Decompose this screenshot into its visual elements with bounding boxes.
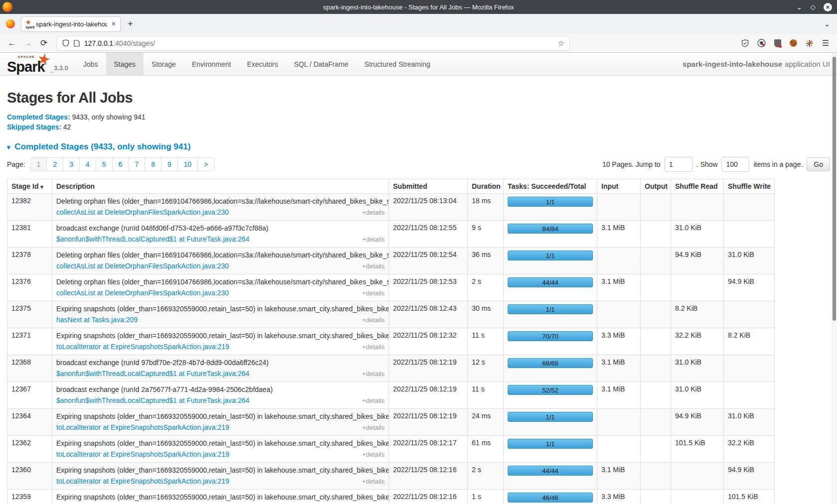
stage-detail-link[interactable]: $anonfun$withThreadLocalCaptured$1 at Fu… xyxy=(56,369,250,378)
shuffle-read-cell: 32.2 KiB xyxy=(671,328,724,355)
account-containers-icon[interactable] xyxy=(757,39,766,47)
shield-check-icon[interactable] xyxy=(741,39,749,47)
page-button-4[interactable]: 4 xyxy=(79,157,96,171)
window-maximize-button[interactable]: ◇ xyxy=(810,3,816,10)
page-button-2[interactable]: 2 xyxy=(46,157,63,171)
page-button-6[interactable]: 6 xyxy=(112,157,129,171)
tasks-cell: 44/44 xyxy=(504,463,597,490)
details-toggle[interactable]: +details xyxy=(362,369,385,378)
completed-stages-section-toggle[interactable]: ▾ Completed Stages (9433, only showing 9… xyxy=(7,142,830,152)
details-toggle[interactable]: +details xyxy=(362,477,385,486)
column-header-duration[interactable]: Duration xyxy=(468,179,504,194)
stage-detail-link[interactable]: collectAsList at DeleteOrphanFilesSparkA… xyxy=(56,261,229,271)
column-header-shuffle-write[interactable]: Shuffle Write xyxy=(724,179,775,194)
list-all-tabs-icon[interactable]: ⌄ xyxy=(824,20,830,28)
column-header-stage-id[interactable]: Stage Id ▾ xyxy=(7,179,52,194)
forward-button[interactable]: → xyxy=(21,38,35,48)
column-header-input[interactable]: Input xyxy=(597,179,641,194)
shuffle-write-cell xyxy=(724,355,775,382)
application-name: spark-ingest-into-lakehouse xyxy=(683,60,782,68)
new-tab-button[interactable]: + xyxy=(128,18,133,29)
details-toggle[interactable]: +details xyxy=(362,261,385,271)
nav-tab-structured-streaming[interactable]: Structured Streaming xyxy=(356,53,438,75)
column-header-shuffle-read[interactable]: Shuffle Read xyxy=(671,179,724,194)
page-button-3[interactable]: 3 xyxy=(63,157,80,171)
stage-row: 12368broadcast exchange (runId 97bdf70e-… xyxy=(7,355,775,382)
ublock-icon[interactable] xyxy=(774,39,781,47)
column-header-tasks-succeeded-total[interactable]: Tasks: Succeeded/Total xyxy=(504,179,597,194)
scrollbar-thumb[interactable] xyxy=(833,57,836,321)
column-header-submitted[interactable]: Submitted xyxy=(389,179,468,194)
nav-tab-sql-dataframe[interactable]: SQL / DataFrame xyxy=(286,53,356,75)
jump-to-page-input[interactable] xyxy=(665,157,693,172)
nav-tab-executors[interactable]: Executors xyxy=(239,53,286,75)
shuffle-read-cell: 101.5 KiB xyxy=(671,436,724,463)
stage-detail-link[interactable]: $anonfun$withThreadLocalCaptured$1 at Fu… xyxy=(56,396,250,405)
skipped-stages-label: Skipped Stages: xyxy=(7,123,61,131)
nav-tab-stages[interactable]: Stages xyxy=(106,53,144,75)
tracking-shield-icon[interactable] xyxy=(62,39,69,47)
page-button-7[interactable]: 7 xyxy=(128,157,145,171)
stage-description: Expiring snapshots (older_than=166932055… xyxy=(56,493,385,502)
bookmark-star-icon[interactable]: ☆ xyxy=(558,39,564,48)
page-button-8[interactable]: 8 xyxy=(144,157,161,171)
stage-detail-link[interactable]: collectAsList at DeleteOrphanFilesSparkA… xyxy=(56,208,229,217)
details-toggle[interactable]: +details xyxy=(362,288,385,298)
reload-button[interactable]: ⟳ xyxy=(37,38,51,48)
page-button-9[interactable]: 9 xyxy=(161,157,178,171)
page-button-10[interactable]: 10 xyxy=(177,157,198,171)
nav-tab-jobs[interactable]: Jobs xyxy=(75,53,106,75)
stage-detail-link[interactable]: toLocalIterator at ExpireSnapshotsSparkA… xyxy=(56,423,229,432)
back-button[interactable]: ← xyxy=(5,38,19,48)
stage-detail-link[interactable]: hasNext at Tasks.java:209 xyxy=(56,315,138,325)
stage-detail-link[interactable]: $anonfun$withThreadLocalCaptured$1 at Fu… xyxy=(56,235,250,244)
stage-detail-link[interactable]: toLocalIterator at ExpireSnapshotsSparkA… xyxy=(56,450,229,459)
details-toggle[interactable]: +details xyxy=(362,315,385,325)
browser-tab-active[interactable]: ★ spark spark-ingest-into-lakehous ✕ xyxy=(21,16,121,32)
url-bar[interactable]: 127.0.0.1:4040/stages/ ☆ xyxy=(57,36,570,51)
page-button-5[interactable]: 5 xyxy=(96,157,113,171)
tasks-progress-bar: 1/1 xyxy=(508,304,593,314)
menu-icon[interactable]: ☰ xyxy=(822,38,829,48)
pagination: 12345678910> xyxy=(30,157,215,171)
stage-description: Expiring snapshots (older_than=166932055… xyxy=(56,466,385,475)
column-header-output[interactable]: Output xyxy=(641,179,671,194)
stage-id-cell: 12367 xyxy=(7,382,52,409)
extension-asterisk-icon[interactable] xyxy=(806,39,814,47)
output-cell xyxy=(641,221,671,248)
pagination-controls: 10 Pages. Jump to . Show items in a page… xyxy=(602,157,830,172)
completed-stages-label: Completed Stages: xyxy=(7,113,70,121)
nav-tab-storage[interactable]: Storage xyxy=(143,53,184,75)
stage-detail-link[interactable]: toLocalIterator at ExpireSnapshotsSparkA… xyxy=(56,342,229,352)
stage-id-cell: 12359 xyxy=(7,490,52,504)
details-toggle[interactable]: +details xyxy=(362,208,385,217)
output-cell xyxy=(641,274,671,301)
next-page-button[interactable]: > xyxy=(197,157,214,171)
tab-close-icon[interactable]: ✕ xyxy=(111,20,116,27)
page-info-icon[interactable] xyxy=(74,40,80,47)
window-minimize-button[interactable]: ⌄ xyxy=(796,3,802,10)
duration-cell: 61 ms xyxy=(468,436,504,463)
page-button-1[interactable]: 1 xyxy=(30,157,47,171)
url-text[interactable]: 127.0.0.1:4040/stages/ xyxy=(84,39,554,47)
details-toggle[interactable]: +details xyxy=(362,423,385,432)
stage-detail-link[interactable]: toLocalIterator at ExpireSnapshotsSparkA… xyxy=(56,477,229,486)
items-per-page-input[interactable] xyxy=(721,157,749,172)
go-button[interactable]: Go xyxy=(807,157,830,171)
details-toggle[interactable]: +details xyxy=(362,235,385,244)
stage-row: 12364Expiring snapshots (older_than=1669… xyxy=(7,409,775,436)
details-toggle[interactable]: +details xyxy=(362,342,385,352)
stage-detail-link[interactable]: collectAsList at DeleteOrphanFilesSparkA… xyxy=(56,288,229,298)
details-toggle[interactable]: +details xyxy=(362,450,385,459)
column-header-description[interactable]: Description xyxy=(52,179,389,194)
window-close-button[interactable]: ✕ xyxy=(824,3,832,11)
description-cell: Deleting orphan files (older_than=166910… xyxy=(52,248,389,274)
url-path: :4040/stages/ xyxy=(113,39,155,47)
stage-description: broadcast exchange (runId 97bdf70e-2f28-… xyxy=(56,358,385,368)
page-scrollbar[interactable] xyxy=(832,53,837,504)
firefox-icon xyxy=(6,19,15,28)
cookie-icon[interactable] xyxy=(790,39,797,47)
stage-row: 12381broadcast exchange (runId 048fd06f-… xyxy=(7,221,775,248)
nav-tab-environment[interactable]: Environment xyxy=(184,53,239,75)
details-toggle[interactable]: +details xyxy=(362,396,385,405)
